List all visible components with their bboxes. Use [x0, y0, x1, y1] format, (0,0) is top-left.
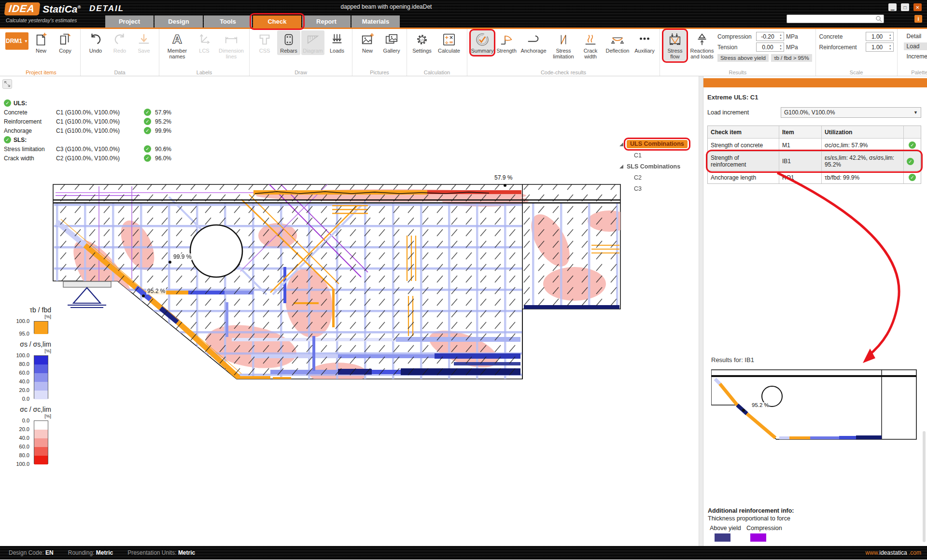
group-data: Undo Redo Save Data: [81, 29, 159, 76]
summary-row: AnchorageC1 (G100.0%, V100.0%)99.9%: [4, 126, 179, 135]
color-legends: τb / fbd [%] 100.0 95.0 σs / σs,lim [%]: [13, 306, 51, 471]
stress-limitation-check-button[interactable]: Stress limitation: [549, 30, 578, 61]
mini-diagram-extreme-label: 95.2 %: [752, 402, 769, 408]
table-row-strength-of-concrete[interactable]: Strength of concrete M1 σc/σc,lim: 57.9%: [708, 139, 921, 152]
tab-tools[interactable]: Tools: [204, 15, 252, 28]
undo-button[interactable]: Undo: [84, 30, 107, 55]
svg-text:÷: ÷: [445, 39, 449, 45]
tree-node-c1[interactable]: C1: [619, 150, 688, 161]
table-header-row: Check item Item Utilization: [708, 126, 921, 139]
main-area: ULS: ConcreteC1 (G100.0%, V100.0%)57.9% …: [0, 76, 927, 546]
check-ok-icon: [144, 145, 151, 153]
anchorage-check-button[interactable]: Anchorage: [519, 30, 548, 55]
loads-icon: [330, 31, 344, 48]
panel-splitter[interactable]: [699, 76, 703, 546]
group-label: Palette: [898, 70, 927, 75]
loads-button[interactable]: Loads: [325, 30, 349, 55]
tree-node-uls-combinations[interactable]: ULS Combinations: [619, 139, 688, 150]
tension-stepper[interactable]: 0.00▲▼: [756, 42, 784, 52]
support-triangle: [73, 288, 100, 303]
reactions-and-loads-button[interactable]: Reactions and loads: [688, 30, 716, 61]
group-label: Calculation: [407, 70, 467, 75]
search-input[interactable]: [787, 16, 875, 22]
beam-opening-circle: [190, 225, 242, 277]
statusbar: Design Code: EN Rounding: Metric Present…: [0, 546, 927, 560]
tree-node-sls-combinations[interactable]: SLS Combinations: [619, 161, 688, 172]
undo-icon: [88, 31, 103, 48]
fit-view-button[interactable]: [2, 79, 12, 89]
palette-increment-option[interactable]: Increment: [904, 53, 927, 60]
above-yield-swatch: [715, 533, 730, 542]
product-name: DETAIL: [89, 4, 124, 14]
crack-width-check-button[interactable]: Crack width: [579, 30, 602, 61]
check-ok-icon: [907, 158, 914, 165]
ribbon-tabs: Project Design Tools Check Report Materi…: [105, 15, 400, 28]
table-row-strength-of-reinforcement[interactable]: Strength of reinforcement IB1 εs/εs,lim:…: [708, 152, 921, 171]
save-icon: [137, 31, 151, 48]
check-summary: ULS: ConcreteC1 (G100.0%, V100.0%)57.9% …: [4, 98, 179, 163]
website-link[interactable]: www.ideastatica .com: [866, 549, 921, 556]
strength-check-button[interactable]: Strength: [495, 30, 518, 55]
reactions-icon: [695, 31, 709, 48]
panel-scrollbar[interactable]: [923, 431, 926, 542]
expander-icon[interactable]: [619, 142, 623, 146]
load-increment-dropdown[interactable]: G100.0%, V100.0% ▼: [781, 107, 921, 118]
deflection-check-button[interactable]: Deflection: [603, 30, 632, 55]
annotation-ring-uls-combinations: [624, 138, 690, 151]
tree-node-c3[interactable]: C3: [619, 183, 688, 194]
expander-icon[interactable]: [619, 165, 623, 168]
table-row-anchorage-length[interactable]: Anchorage length RO1 τb/fbd: 99.9%: [708, 171, 921, 183]
auxiliary-button[interactable]: Auxiliary: [633, 30, 656, 55]
new-picture-icon: [360, 31, 375, 48]
model-canvas[interactable]: ULS: ConcreteC1 (G100.0%, V100.0%)57.9% …: [0, 76, 699, 546]
chevron-down-icon: ▼: [913, 110, 918, 115]
reinforcement-scale-stepper[interactable]: 1.00▲▼: [866, 42, 894, 52]
close-button[interactable]: ✕: [913, 3, 922, 11]
lcs-button: LCS: [193, 30, 216, 55]
maximize-button[interactable]: □: [901, 3, 909, 11]
settings-button[interactable]: </> Settings: [410, 30, 434, 55]
tree-node-c2[interactable]: C2: [619, 172, 688, 183]
new-picture-button[interactable]: New: [356, 30, 379, 55]
diagram-button: Diagram: [301, 30, 324, 55]
stress-flow-button[interactable]: Stress flow: [663, 30, 687, 61]
rebars-button[interactable]: Rebars: [277, 30, 300, 55]
units-status: Presentation Units: Metric: [127, 549, 195, 556]
redo-button: Redo: [108, 30, 131, 55]
statica-logo-text: StatiCa®: [42, 3, 81, 15]
minimize-button[interactable]: ▁: [888, 3, 897, 11]
group-label: Data: [81, 70, 159, 75]
new-project-item-button[interactable]: New: [29, 30, 53, 55]
tab-project[interactable]: Project: [105, 15, 154, 28]
calculate-button[interactable]: +×÷= Calculate: [435, 30, 464, 55]
tab-design[interactable]: Design: [154, 15, 203, 28]
project-item-selector[interactable]: DRM1▼: [5, 32, 28, 50]
compression-stepper[interactable]: -0.20▲▼: [756, 32, 784, 41]
additional-reinforcement-info: Additional reinforcement info: Thickness…: [708, 507, 794, 542]
copy-project-item-button[interactable]: Copy: [54, 30, 77, 55]
palette-detail-option[interactable]: Detail: [904, 32, 927, 40]
stress-above-yield-toggle[interactable]: Stress above yield: [717, 54, 769, 62]
combinations-tree: ULS Combinations C1 SLS Combinations C2 …: [619, 139, 688, 194]
rebars-icon: [281, 31, 296, 48]
search-box[interactable]: [787, 14, 884, 23]
concrete-scale-stepper[interactable]: 1.00▲▼: [866, 32, 894, 41]
summary-button[interactable]: Summary: [471, 30, 494, 55]
css-button: CSS: [253, 30, 276, 55]
tension-label: Tension: [717, 44, 754, 51]
redo-icon: [112, 31, 127, 48]
summary-row: Stress limitationC3 (G100.0%, V100.0%)90…: [4, 144, 179, 154]
palette-load-option[interactable]: Load: [904, 42, 927, 50]
extreme-label-concrete: 57.9 %: [493, 174, 513, 181]
extreme-title: Extreme ULS: C1: [707, 94, 758, 101]
support: [63, 281, 111, 308]
member-names-button[interactable]: A Member names: [163, 30, 192, 61]
results-for-title: Results for: IB1: [711, 356, 919, 364]
info-icon[interactable]: i: [914, 15, 922, 23]
tab-materials[interactable]: Materials: [351, 15, 400, 28]
tab-report[interactable]: Report: [302, 15, 351, 28]
check-ok-icon: [144, 127, 151, 134]
tab-check[interactable]: Check: [253, 15, 301, 28]
gallery-button[interactable]: Gallery: [380, 30, 403, 55]
tb-fbd-toggle[interactable]: τb / fbd > 95%: [771, 54, 812, 62]
